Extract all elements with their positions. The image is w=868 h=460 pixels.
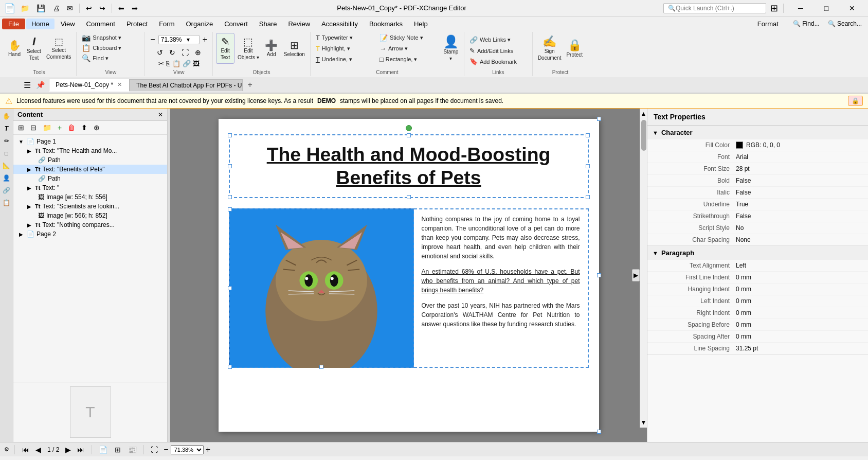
tree-image1[interactable]: 🖼 Image [w: 554; h: 556] [13,192,167,202]
menu-bookmarks[interactable]: Bookmarks [364,19,408,29]
menu-protect[interactable]: Protect [121,19,153,29]
menu-form[interactable]: Form [154,19,179,29]
tree-text-nothing[interactable]: ▶ Tt Text: "Nothing compares... [13,220,167,229]
scissors-btn[interactable]: ✂ [158,60,164,67]
nav-prev-btn[interactable]: ◀ [33,445,43,454]
tab-updf[interactable]: The Best AI Chatbot App For PDFs - UPDF … [130,79,243,91]
tree-image2[interactable]: 🖼 Image [w: 566; h: 852] [13,211,167,220]
fill-color-swatch[interactable] [736,141,743,149]
sidebar-delete-btn[interactable]: 🗑 [65,122,78,133]
sidebar-add-btn[interactable]: + [55,122,64,133]
tree-path1[interactable]: 🔗 Path [13,155,167,165]
sidebar-pin-btn[interactable]: 📌 [34,81,47,89]
character-section-header[interactable]: ▼ Character [647,126,868,139]
view-spread-btn[interactable]: 📰 [126,446,138,454]
select-comments-btn[interactable]: ⬚ Select Comments [44,33,73,64]
new-file-btn[interactable]: 📁 [19,3,31,13]
nav-hand-btn[interactable]: ✋ [1,111,12,122]
tree-text-health[interactable]: ▶ Tt Text: "The Health and Mo... [13,146,167,155]
resize-mr[interactable] [586,164,590,168]
save-btn[interactable]: 💾 [34,3,47,13]
snapshot-btn[interactable]: 📷 Snapshot ▾ [80,33,141,42]
nav-next-btn[interactable]: ▶ [63,445,73,454]
nav-stamp-btn[interactable]: 👤 [1,172,12,184]
nav-last-btn[interactable]: ⏭ [75,445,86,454]
pdf-text-column[interactable]: Nothing compares to the joy of coming ho… [414,208,589,368]
resize-tr[interactable] [586,133,590,137]
zoom-out-status-btn[interactable]: − [164,445,168,454]
web-links-btn[interactable]: 🔗 Web Links ▾ [467,35,529,45]
rotate-left-btn[interactable]: ↺ [155,47,165,58]
tree-page1[interactable]: ▼ 📄 Page 1 [13,137,167,146]
menu-file[interactable]: File [2,19,25,29]
nav-measure-btn[interactable]: 📐 [1,160,12,171]
img-resize-ml[interactable] [228,286,232,290]
clipboard-btn[interactable]: 📋 Clipboard ▾ [80,43,141,52]
menu-share[interactable]: Share [254,19,282,29]
resize-ml[interactable] [228,164,232,168]
nav-text-btn[interactable]: T [1,123,12,134]
sidebar-group-btn[interactable]: 📁 [40,122,54,133]
undo-btn[interactable]: ↩ [84,3,94,13]
zoom-input[interactable] [161,36,187,43]
sidebar-layer-btn[interactable]: ⊕ [91,122,102,133]
nav-form-btn[interactable]: 📋 [1,197,12,208]
cat-image-box[interactable] [229,208,414,368]
expander-nothing[interactable]: ▶ [26,222,33,228]
sidebar-toggle-btn[interactable]: ☰ [21,80,34,90]
tree-text-empty[interactable]: ▶ Tt Text: " [13,183,167,192]
resize-tm[interactable] [407,133,411,137]
print-btn[interactable]: 🖨 [50,3,62,13]
rectangle-ribbon-btn[interactable]: □ Rectangle, ▾ [377,55,439,64]
new-tab-btn[interactable]: + [243,78,257,92]
tree-text-benefits[interactable]: ▶ Tt Text: "Benefits of Pets" [13,165,167,174]
tree-path2[interactable]: 🔗 Path [13,174,167,183]
sign-document-btn[interactable]: ✍ Sign Document [536,33,564,64]
menu-convert[interactable]: Convert [219,19,253,29]
fit-page-btn[interactable]: ⛶ [149,446,159,454]
add-bookmark-btn[interactable]: 🔖 Add Bookmark [467,57,529,66]
scroll-down-btn[interactable]: ▼ [640,417,647,428]
text-resize-tr[interactable] [597,117,601,121]
expander-benefits[interactable]: ▶ [26,167,33,172]
link-btn[interactable]: 🔗 [183,60,191,67]
select-text-btn[interactable]: I Select Text [25,33,43,64]
close-btn[interactable]: ✕ [840,1,864,15]
resize-tl[interactable] [228,133,232,137]
menu-view[interactable]: View [56,19,80,29]
hand-tool-btn[interactable]: ✋ Hand [5,33,24,64]
edit-text-ribbon-btn[interactable]: ✎ Edit Text [216,33,234,64]
menu-help[interactable]: Help [409,19,433,29]
text-resize-br[interactable] [597,430,601,434]
stamp-ribbon-btn[interactable]: 👤 Stamp ▾ [441,33,461,64]
zoom-plus-btn[interactable]: + [201,34,209,45]
rotation-handle[interactable] [406,125,412,131]
vertical-scrollbar[interactable]: ▲ ▼ [640,109,647,428]
quick-launch-input[interactable] [676,5,758,12]
tree-page2[interactable]: ▶ 📄 Page 2 [13,229,167,239]
bookmark-star-btn[interactable]: ⊕ [193,47,203,58]
license-lock-btn[interactable]: 🔒 [848,96,863,106]
paste-btn[interactable]: 📋 [172,60,180,67]
img-resize-bl[interactable] [228,365,232,369]
layout-icon[interactable]: ⊞ [770,3,778,14]
menu-accessibility[interactable]: Accessibility [316,19,363,29]
edit-objects-ribbon-btn[interactable]: ⬚ Edit Objects ▾ [236,33,261,64]
email-btn[interactable]: ✉ [65,3,75,13]
menu-format[interactable]: Format [752,19,784,29]
protect-btn[interactable]: 🔒 Protect [564,33,585,64]
search-btn[interactable]: 🔍 Search... [824,19,866,28]
expand-right-btn[interactable]: ▶ [632,269,640,281]
pdf-canvas-area[interactable]: ▲ ▼ ▶ The Health and Mood-BoostingBe [170,109,647,442]
nav-link-btn[interactable]: 🔗 [1,185,12,196]
menu-home[interactable]: Home [26,19,55,29]
nav-shape-btn[interactable]: □ [1,148,12,159]
resize-bm[interactable] [407,195,411,199]
arrow-ribbon-btn[interactable]: → Arrow ▾ [377,44,439,54]
redo-btn[interactable]: ↪ [97,3,107,13]
view-continuous-btn[interactable]: ⊞ [113,446,122,454]
typewriter-ribbon-btn[interactable]: T Typewriter ▾ [314,33,375,43]
back-btn[interactable]: ⬅ [116,3,126,13]
expander-scientists[interactable]: ▶ [26,204,33,209]
copy-btn[interactable]: ⎘ [166,60,170,67]
